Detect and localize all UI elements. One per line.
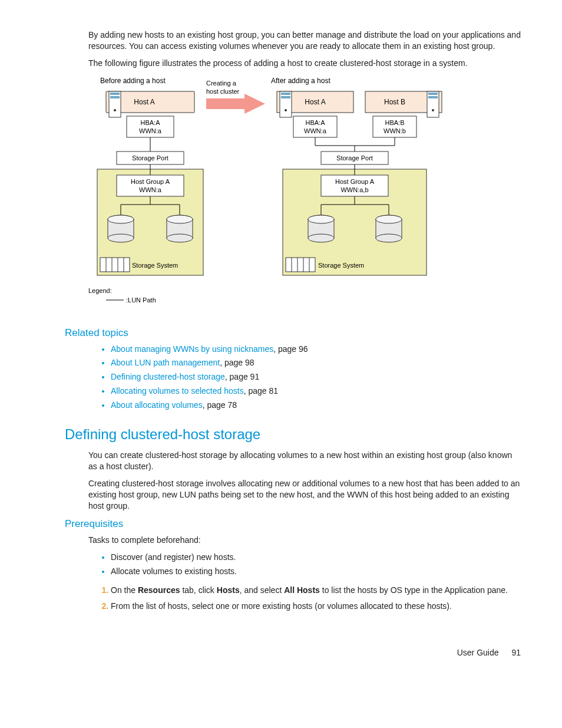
- intro-paragraph-1: By adding new hosts to an existing host …: [88, 29, 521, 52]
- svg-text:WWN:a,b: WWN:a,b: [340, 186, 368, 193]
- step-text: On the: [111, 585, 138, 595]
- link-suffix: , page 78: [203, 400, 237, 410]
- defining-paragraph-2: Creating clustered-host storage involves…: [88, 478, 521, 512]
- prerequisites-lead: Tasks to complete beforehand:: [88, 535, 521, 546]
- svg-rect-80: [286, 258, 315, 272]
- list-item: About managing WWNs by using nicknames, …: [111, 344, 521, 355]
- svg-text:HBA:A: HBA:A: [305, 119, 325, 126]
- related-link[interactable]: Allocating volumes to selected hosts: [111, 386, 244, 396]
- step-1: On the Resources tab, click Hosts, and s…: [111, 585, 521, 596]
- svg-text:Storage Port: Storage Port: [336, 154, 373, 162]
- page-number: 91: [511, 648, 521, 657]
- step-text: tab, click: [180, 585, 217, 595]
- svg-rect-28: [100, 258, 130, 272]
- footer-label: User Guide: [457, 648, 499, 657]
- svg-rect-1: [109, 91, 121, 117]
- svg-point-22: [108, 234, 134, 242]
- svg-point-27: [167, 215, 193, 223]
- procedure-steps: On the Resources tab, click Hosts, and s…: [93, 585, 521, 612]
- disk-array-icon: [100, 258, 130, 272]
- prerequisites-list: Discover (and register) new hosts. Alloc…: [100, 552, 521, 577]
- svg-rect-42: [281, 96, 290, 98]
- svg-text:HBA:A: HBA:A: [140, 119, 160, 126]
- clustered-host-diagram: Before adding a host Host A HBA:A WWN:a …: [88, 75, 465, 317]
- defining-paragraph-1: You can create clustered-host storage by…: [88, 450, 521, 472]
- step-2: From the list of hosts, select one or mo…: [111, 601, 521, 612]
- svg-text:Host Group A: Host Group A: [131, 178, 170, 185]
- server-icon: [427, 91, 439, 117]
- svg-rect-50: [428, 93, 438, 95]
- svg-point-26: [167, 234, 193, 242]
- svg-marker-37: [244, 94, 265, 114]
- svg-text:Storage System: Storage System: [318, 262, 364, 269]
- related-topics-heading: Related topics: [65, 327, 521, 340]
- defining-heading: Defining clustered-host storage: [65, 425, 521, 444]
- svg-text:Storage Port: Storage Port: [132, 154, 168, 162]
- svg-rect-3: [110, 96, 120, 98]
- svg-rect-2: [110, 93, 120, 95]
- svg-text:Storage System: Storage System: [132, 262, 178, 269]
- related-link[interactable]: About managing WWNs by using nicknames: [111, 344, 273, 354]
- intro-paragraph-2: The following figure illustrates the pro…: [88, 58, 521, 69]
- ui-term: All Hosts: [284, 585, 320, 595]
- link-suffix: , page 98: [220, 358, 254, 367]
- related-link[interactable]: Defining clustered-host storage: [111, 372, 225, 381]
- ui-term: Resources: [138, 585, 180, 595]
- svg-text:Host A: Host A: [305, 98, 325, 106]
- cylinder-icon: [108, 215, 134, 242]
- svg-text:Host Group A: Host Group A: [335, 178, 375, 185]
- step-text: to list the hosts by OS type in the Appl…: [320, 585, 508, 595]
- svg-text:WWN:a: WWN:a: [139, 186, 162, 193]
- svg-point-75: [308, 215, 334, 223]
- svg-rect-51: [428, 96, 438, 98]
- step-text: , and select: [240, 585, 285, 595]
- prerequisites-heading: Prerequisites: [65, 518, 521, 531]
- list-item: About LUN path management, page 98: [111, 357, 521, 368]
- list-item: About allocating volumes, page 78: [111, 400, 521, 411]
- svg-rect-49: [427, 91, 439, 117]
- svg-point-43: [285, 109, 287, 111]
- svg-point-74: [308, 234, 334, 242]
- ui-term: Hosts: [217, 585, 240, 595]
- list-item: Defining clustered-host storage, page 91: [111, 371, 521, 383]
- related-link[interactable]: About allocating volumes: [111, 400, 203, 410]
- svg-text:host cluster: host cluster: [206, 88, 240, 95]
- svg-point-78: [376, 234, 402, 242]
- svg-rect-36: [206, 98, 244, 109]
- svg-point-52: [432, 109, 434, 111]
- svg-text:WWN:b: WWN:b: [384, 127, 406, 134]
- arrow-right-icon: [206, 94, 265, 114]
- host-a-label: Host A: [134, 98, 154, 106]
- list-item: Allocate volumes to existing hosts.: [111, 566, 521, 577]
- figure-container: Before adding a host Host A HBA:A WWN:a …: [88, 75, 521, 319]
- svg-point-79: [376, 215, 402, 223]
- related-link[interactable]: About LUN path management: [111, 358, 220, 367]
- svg-rect-41: [281, 93, 290, 95]
- link-suffix: , page 96: [273, 344, 308, 354]
- page-footer: User Guide 91: [65, 647, 521, 658]
- disk-array-icon: [286, 258, 315, 272]
- svg-text:Creating a: Creating a: [206, 80, 237, 87]
- svg-text:Host B: Host B: [384, 98, 405, 106]
- svg-text:WWN:a: WWN:a: [139, 127, 162, 134]
- server-icon: [280, 91, 292, 117]
- svg-text:WWN:a: WWN:a: [304, 127, 327, 134]
- link-suffix: , page 91: [225, 372, 259, 381]
- cylinder-icon: [376, 215, 402, 242]
- related-topics-list: About managing WWNs by using nicknames, …: [100, 344, 521, 411]
- list-item: Allocating volumes to selected hosts, pa…: [111, 386, 521, 397]
- svg-point-23: [108, 215, 134, 223]
- svg-text:Legend:: Legend:: [88, 287, 112, 294]
- link-suffix: , page 81: [244, 386, 278, 396]
- before-title: Before adding a host: [100, 77, 166, 85]
- cylinder-icon: [308, 215, 334, 242]
- cylinder-icon: [167, 215, 193, 242]
- svg-text:After adding a host: After adding a host: [271, 77, 330, 85]
- svg-point-4: [114, 109, 116, 111]
- list-item: Discover (and register) new hosts.: [111, 552, 521, 563]
- svg-rect-40: [280, 91, 292, 117]
- svg-text:HBA:B: HBA:B: [385, 119, 404, 126]
- server-icon: [109, 91, 121, 117]
- svg-text::LUN Path: :LUN Path: [126, 297, 156, 304]
